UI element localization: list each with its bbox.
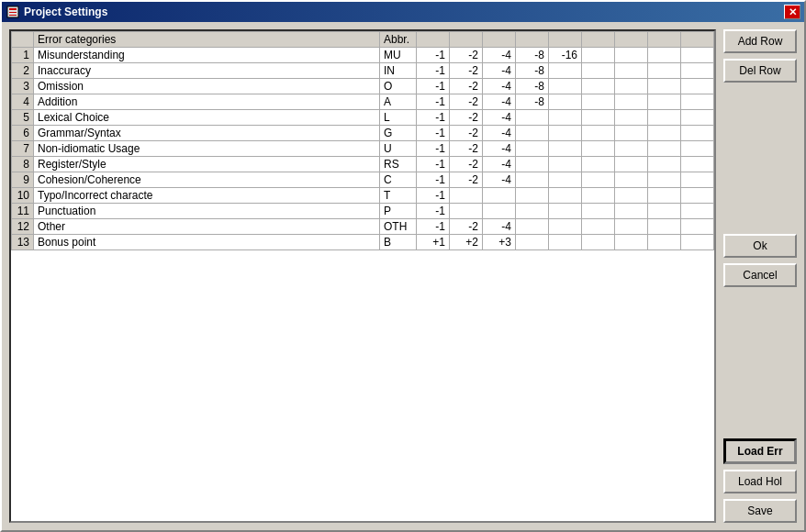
title-bar: Project Settings ✕ [2,2,804,22]
col-header-v1 [417,32,450,48]
svg-rect-1 [9,8,17,10]
table-row: 6Grammar/SyntaxG-1-2-4 [12,126,714,141]
load-hol-button[interactable]: Load Hol [723,470,797,493]
table-row: 13Bonus pointB+1+2+3 [12,235,714,250]
table-row: 10Typo/Incorrect characteT-1 [12,188,714,204]
window-icon [6,5,20,19]
svg-rect-3 [9,15,17,16]
button-panel: Add Row Del Row Ok Cancel Load Err Load … [723,29,797,523]
window-title: Project Settings [24,6,784,18]
error-table: Error categories Abbr. 1Misunderst [11,31,714,250]
svg-rect-2 [9,12,17,13]
table-row: 5Lexical ChoiceL-1-2-4 [12,110,714,126]
table-row: 3OmissionO-1-2-4-8 [12,79,714,94]
col-header-v9 [681,32,714,48]
col-header-category: Error categories [34,32,380,48]
save-button[interactable]: Save [723,499,797,523]
table-row: 7Non-idiomatic UsageU-1-2-4 [12,141,714,157]
load-err-button[interactable]: Load Err [723,438,797,464]
table-row: 12OtherOTH-1-2-4 [12,219,714,235]
table-row: 4AdditionA-1-2-4-8 [12,94,714,110]
col-header-v4 [516,32,549,48]
close-button[interactable]: ✕ [784,5,800,19]
col-header-v5 [549,32,582,48]
table-row: 1MisunderstandingMU-1-2-4-8-16 [12,48,714,63]
table-row: 2InaccuracyIN-1-2-4-8 [12,63,714,79]
col-header-v6 [582,32,615,48]
col-header-v7 [615,32,648,48]
col-header-abbr: Abbr. [380,32,417,48]
table-row: 9Cohesion/CoherenceC-1-2-4 [12,172,714,188]
col-header-v8 [648,32,681,48]
add-row-button[interactable]: Add Row [723,29,797,53]
col-header-v2 [450,32,483,48]
ok-button[interactable]: Ok [723,234,797,258]
col-header-num [12,32,34,48]
content-area: Error categories Abbr. 1Misunderst [2,22,804,530]
col-header-v3 [483,32,516,48]
error-table-container[interactable]: Error categories Abbr. 1Misunderst [9,29,716,523]
del-row-button[interactable]: Del Row [723,59,797,83]
table-row: 11PunctuationP-1 [12,204,714,219]
cancel-button[interactable]: Cancel [723,263,797,287]
table-row: 8Register/StyleRS-1-2-4 [12,157,714,172]
project-settings-window: Project Settings ✕ Error categories Abbr… [0,0,806,532]
